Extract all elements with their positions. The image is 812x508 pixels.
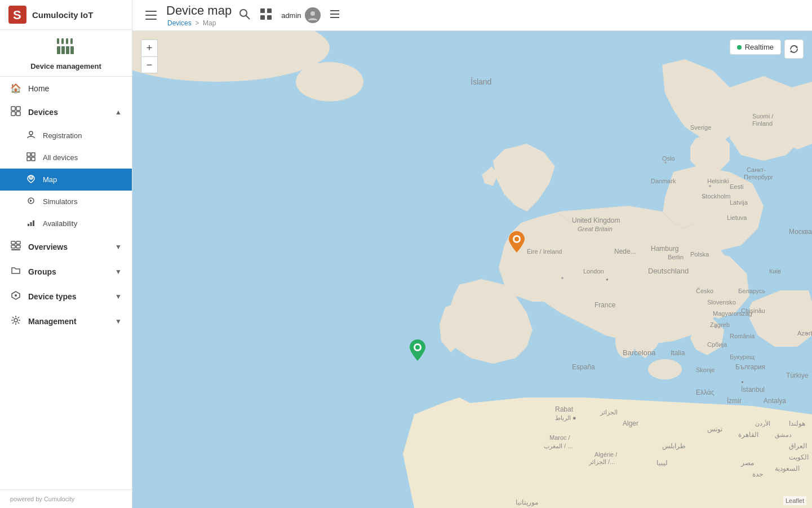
breadcrumb: Devices > Map: [167, 19, 232, 27]
sidebar-item-simulators[interactable]: Simulators: [0, 191, 132, 213]
refresh-icon: [789, 44, 799, 54]
refresh-button[interactable]: [784, 39, 804, 59]
sidebar-section-device-types[interactable]: Device types ▼: [0, 284, 132, 309]
svg-text:الأردن: الأردن: [755, 419, 770, 427]
sidebar-item-map[interactable]: Map: [0, 169, 132, 191]
svg-rect-41: [267, 15, 272, 20]
overviews-chevron-icon: ▼: [115, 243, 122, 251]
map-controls: + −: [141, 39, 158, 73]
svg-rect-34: [145, 15, 157, 16]
svg-text:España: España: [572, 363, 595, 371]
svg-text:România: România: [730, 333, 755, 339]
management-chevron-icon: ▼: [115, 317, 122, 325]
device-management-label: Device management: [6, 62, 126, 70]
svg-text:طرابلس: طرابلس: [662, 442, 686, 450]
svg-text:الرباط ●: الرباط ●: [555, 414, 576, 422]
svg-point-126: [514, 237, 519, 241]
devices-chevron-icon: ▲: [115, 108, 122, 116]
svg-text:Киів: Киів: [769, 268, 781, 275]
svg-rect-3: [61, 46, 65, 54]
svg-text:Maroc /: Maroc /: [549, 434, 571, 441]
sidebar-item-availability[interactable]: Availability: [0, 213, 132, 235]
map-icon: [26, 174, 36, 185]
svg-text:France: France: [594, 301, 616, 309]
breadcrumb-current: Map: [203, 19, 216, 27]
device-management-icon: [6, 38, 126, 59]
svg-text:●: ●: [741, 379, 744, 385]
user-menu-icon[interactable]: [330, 9, 340, 22]
svg-text:Suomi /: Suomi /: [752, 113, 774, 120]
sidebar: S Cumulocity IoT Device management 🏠: [0, 0, 132, 508]
sidebar-section-management-label: Management: [28, 317, 77, 326]
svg-text:Петербург: Петербург: [744, 174, 773, 180]
sidebar-item-simulators-label: Simulators: [43, 197, 77, 206]
sidebar-item-registration-label: Registration: [43, 131, 82, 140]
svg-text:Stockholm: Stockholm: [702, 193, 730, 200]
sidebar-item-home[interactable]: 🏠 Home: [0, 77, 132, 100]
svg-text:القاهرة: القاهرة: [738, 431, 758, 439]
svg-text:هولندا: هولندا: [789, 419, 805, 427]
svg-text:България: България: [735, 363, 765, 371]
svg-point-43: [310, 11, 315, 16]
svg-rect-17: [32, 153, 35, 156]
overviews-icon: [10, 241, 21, 253]
svg-rect-24: [30, 222, 32, 226]
svg-rect-19: [32, 157, 35, 161]
sidebar-section-groups[interactable]: Groups ▼: [0, 259, 132, 284]
svg-text:Sverige: Sverige: [690, 124, 711, 131]
svg-text:Nede...: Nede...: [614, 248, 636, 255]
map-pin-green[interactable]: [410, 339, 425, 363]
leaflet-credit: Leaflet: [783, 496, 806, 505]
device-types-icon: [10, 290, 21, 303]
svg-text:Беларусь: Беларусь: [738, 288, 765, 294]
svg-text:Barcelona: Barcelona: [623, 348, 656, 357]
svg-rect-38: [260, 8, 265, 13]
svg-rect-28: [11, 245, 15, 248]
search-icon[interactable]: [238, 8, 251, 23]
sidebar-item-availability-label: Availability: [43, 219, 77, 228]
sidebar-section-devices[interactable]: Devices ▲: [0, 100, 132, 125]
sidebar-section-management[interactable]: Management ▼: [0, 309, 132, 334]
svg-rect-29: [16, 245, 20, 248]
realtime-badge[interactable]: Realtime: [730, 39, 781, 55]
breadcrumb-devices-link[interactable]: Devices: [167, 19, 192, 27]
svg-point-46: [296, 62, 363, 101]
zoom-out-button[interactable]: −: [141, 56, 158, 73]
svg-rect-35: [145, 19, 157, 20]
svg-rect-27: [16, 241, 20, 244]
svg-text:دمشق: دمشق: [775, 431, 792, 439]
all-devices-icon: [26, 152, 36, 163]
svg-text:المغرب / ...: المغرب / ...: [544, 443, 573, 450]
top-bar: Device map Devices > Map: [132, 0, 812, 31]
svg-text:Букурещ: Букурещ: [730, 354, 755, 360]
sidebar-item-registration[interactable]: Registration: [0, 125, 132, 147]
sidebar-section-overviews[interactable]: Overviews ▼: [0, 235, 132, 259]
svg-rect-23: [28, 224, 29, 226]
home-icon: 🏠: [10, 83, 21, 94]
svg-text:Санкт-: Санкт-: [747, 166, 766, 173]
svg-rect-39: [267, 8, 272, 13]
management-icon: [10, 315, 21, 328]
main-content: Device map Devices > Map: [132, 0, 812, 508]
svg-text:Helsinki: Helsinki: [707, 178, 729, 184]
user-avatar: [305, 7, 321, 23]
device-management-header: Device management: [0, 30, 132, 77]
svg-text:الجزائر /...: الجزائر /...: [588, 458, 615, 466]
svg-point-121: [561, 277, 563, 279]
svg-text:Latvija: Latvija: [730, 199, 748, 206]
zoom-in-button[interactable]: +: [141, 39, 158, 56]
svg-text:Hamburg: Hamburg: [651, 245, 678, 253]
sidebar-item-all-devices[interactable]: All devices: [0, 147, 132, 169]
svg-text:Danmark: Danmark: [651, 178, 676, 184]
map-pin-orange[interactable]: [509, 231, 525, 255]
user-info[interactable]: admin: [281, 7, 320, 23]
sidebar-toggle-button[interactable]: [143, 7, 159, 24]
svg-rect-16: [27, 153, 30, 156]
availability-icon: [26, 218, 36, 229]
svg-text:جدة: جدة: [752, 470, 763, 478]
svg-text:الجزائر: الجزائر: [600, 409, 618, 416]
svg-text:Србија: Србија: [707, 341, 727, 348]
svg-point-31: [15, 294, 17, 297]
grid-icon[interactable]: [260, 8, 272, 23]
sidebar-section-device-types-label: Device types: [28, 292, 77, 301]
